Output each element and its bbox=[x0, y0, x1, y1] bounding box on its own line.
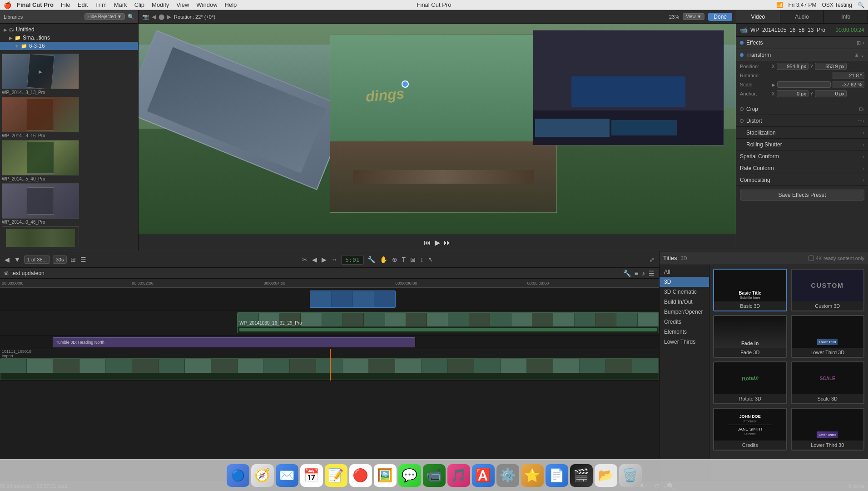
title-card-custom-3d[interactable]: CUSTOM Custom 3D bbox=[791, 269, 865, 311]
distort-row[interactable]: Distort ⋯ › bbox=[736, 115, 868, 127]
select-tool[interactable]: ↔ bbox=[330, 255, 338, 264]
dock-reminders[interactable]: 🔴 bbox=[349, 464, 372, 487]
library-item-smations[interactable]: ▶ 📁 Sma...tions bbox=[0, 34, 138, 42]
clip-item-1[interactable]: WP_2014...8_16_Pro bbox=[2, 97, 136, 139]
viewer-arrow-right[interactable]: ▶ bbox=[167, 14, 171, 20]
mark-menu[interactable]: Mark bbox=[114, 1, 127, 8]
blade-tool-2[interactable]: ⊠ bbox=[409, 255, 417, 264]
dock-reeder[interactable]: ⭐ bbox=[521, 464, 544, 487]
app-name-menu[interactable]: Final Cut Pro bbox=[17, 1, 54, 8]
nudge-left[interactable]: ◀ bbox=[311, 255, 318, 264]
dock-system-prefs[interactable]: ⚙️ bbox=[496, 464, 519, 487]
rotation-handle[interactable] bbox=[402, 80, 409, 88]
dock-itunes[interactable]: 🎵 bbox=[447, 464, 470, 487]
inspector-tab-audio[interactable]: Audio bbox=[780, 10, 824, 23]
transform-grid-icon[interactable]: ⊞ bbox=[854, 52, 858, 58]
trim-menu[interactable]: Trim bbox=[95, 1, 107, 8]
modify-menu[interactable]: Modify bbox=[152, 1, 169, 8]
hide-rejected-button[interactable]: Hide Rejected ▼ bbox=[84, 13, 125, 20]
viewer-arrow-center[interactable]: ⬤ bbox=[159, 14, 164, 20]
dock-calendar[interactable]: 📅 bbox=[300, 464, 323, 487]
spatial-conform-row[interactable]: Spatial Conform › bbox=[736, 150, 868, 162]
timeline-index[interactable]: ☰ bbox=[648, 269, 655, 278]
effects-header[interactable]: Effects ⊞ › bbox=[736, 37, 868, 49]
cat-elements[interactable]: Elements bbox=[660, 327, 709, 337]
title-card-lower-third-3d[interactable]: Lower Third Lower Third 3D bbox=[791, 315, 865, 358]
save-effects-preset-button[interactable]: Save Effects Preset bbox=[740, 190, 864, 200]
range-tool[interactable]: ↕ bbox=[419, 255, 424, 264]
effects-chevron-icon[interactable]: › bbox=[863, 40, 864, 46]
clip-count-btn[interactable]: 1 of 38... bbox=[24, 256, 50, 264]
window-menu[interactable]: Window bbox=[196, 1, 217, 8]
position-y-input[interactable] bbox=[815, 63, 847, 70]
dock-finder-2[interactable]: 📂 bbox=[595, 464, 617, 487]
title-card-credits[interactable]: JOHN DOE Producer JANE SMITH Director Cr… bbox=[713, 408, 787, 451]
cat-build-inout[interactable]: Build In/Out bbox=[660, 297, 709, 307]
trim-tool[interactable]: T bbox=[401, 255, 407, 264]
cat-bumper-opener[interactable]: Bumper/Opener bbox=[660, 307, 709, 317]
duration-btn[interactable]: 30s bbox=[53, 256, 67, 264]
library-search-icon[interactable]: 🔍 bbox=[128, 14, 134, 20]
blue-clip-1[interactable] bbox=[310, 291, 396, 308]
toolbar-down-btn[interactable]: ▼ bbox=[13, 255, 21, 264]
toolbar-list-btn[interactable]: ☰ bbox=[79, 255, 87, 264]
dock-facetime[interactable]: 📹 bbox=[423, 464, 446, 487]
toolbar-back-btn[interactable]: ◀ bbox=[4, 255, 10, 264]
view-menu[interactable]: View bbox=[176, 1, 189, 8]
library-item-untitled[interactable]: ▶ 🗂 Untitled bbox=[0, 25, 138, 34]
done-button[interactable]: Done bbox=[708, 13, 732, 21]
cat-3d[interactable]: 3D bbox=[660, 277, 709, 287]
transform-header[interactable]: Transform ⊞ ⌄ bbox=[736, 49, 868, 61]
clip-item-2[interactable]: WP_2014...5_40_Pro bbox=[2, 140, 136, 182]
crop-row[interactable]: Crop ⊡ › bbox=[736, 103, 868, 115]
compositing-row[interactable]: Compositing › bbox=[736, 174, 868, 186]
inspector-tab-video[interactable]: Video bbox=[736, 10, 780, 23]
effects-grid-icon[interactable]: ⊞ bbox=[857, 40, 861, 46]
help-menu[interactable]: Help bbox=[225, 1, 237, 8]
blade-tool[interactable]: ✂ bbox=[301, 255, 308, 264]
fullscreen-btn[interactable]: ⤢ bbox=[648, 255, 655, 264]
timeline-settings[interactable]: 🔧 bbox=[622, 269, 632, 278]
viewer-arrow-left[interactable]: ◀ bbox=[152, 14, 156, 20]
dock-mail[interactable]: ✉️ bbox=[276, 464, 298, 487]
cat-credits[interactable]: Credits bbox=[660, 317, 709, 327]
rotation-input[interactable] bbox=[833, 72, 864, 79]
purple-clip[interactable]: Tumble 3D: Heading North bbox=[53, 337, 415, 347]
hand-tool[interactable]: ✋ bbox=[379, 255, 388, 264]
position-tool[interactable]: ⊕ bbox=[391, 255, 398, 264]
transport-go-start[interactable]: ⏮ bbox=[424, 239, 431, 247]
title-card-basic-3d[interactable]: Basic Title Subtitle here Basic 3D bbox=[713, 269, 787, 311]
rate-conform-row[interactable]: Rate Conform › bbox=[736, 162, 868, 174]
library-item-6-3-16[interactable]: ▼ 📁 6-3-16 bbox=[0, 42, 138, 50]
rolling-shutter-row[interactable]: Rolling Shutter › bbox=[736, 139, 868, 150]
transport-go-end[interactable]: ⏭ bbox=[444, 239, 451, 247]
title-card-lower-third-30[interactable]: Lover Thirds Lower Third 30 bbox=[791, 408, 865, 451]
title-card-rotate-3d[interactable]: Rotate Rotate 3D bbox=[713, 361, 787, 404]
transform-chevron-icon[interactable]: ⌄ bbox=[860, 52, 864, 58]
nudge-right[interactable]: ▶ bbox=[321, 255, 327, 264]
dock-photos[interactable]: 🖼️ bbox=[374, 464, 397, 487]
dock-fcp[interactable]: 🎬 bbox=[570, 464, 593, 487]
title-card-fade-3d[interactable]: Fade In Fade 3D bbox=[713, 315, 787, 358]
scale-arrow[interactable]: ▶ bbox=[772, 82, 775, 87]
apple-menu[interactable]: 🍎 bbox=[4, 1, 11, 9]
clip-item-4[interactable] bbox=[2, 226, 136, 249]
timeline-audio-lanes[interactable]: ♪ bbox=[641, 269, 646, 278]
anchor-x-input[interactable] bbox=[777, 90, 808, 97]
dock-word[interactable]: 📄 bbox=[546, 464, 568, 487]
view-button[interactable]: View ▼ bbox=[683, 13, 704, 20]
clip-item-3[interactable]: WP_2014...0_46_Pro bbox=[2, 183, 136, 225]
toolbar-grid-btn[interactable]: ⊞ bbox=[69, 255, 77, 264]
cat-all[interactable]: All bbox=[660, 267, 709, 277]
4k-checkbox[interactable] bbox=[808, 256, 814, 261]
position-x-input[interactable] bbox=[777, 63, 808, 70]
transport-play[interactable]: ▶ bbox=[435, 238, 440, 247]
dock-finder[interactable]: 🔵 bbox=[227, 464, 249, 487]
anchor-y-input[interactable] bbox=[815, 90, 847, 97]
scale-input[interactable] bbox=[833, 81, 864, 88]
title-card-scale-3d[interactable]: SCALE Scale 3D bbox=[791, 361, 865, 404]
dock-messages[interactable]: 💬 bbox=[398, 464, 421, 487]
dock-notes[interactable]: 📝 bbox=[325, 464, 347, 487]
main-video-clip[interactable]: WP_20141030_16_32_29_Pro bbox=[237, 312, 659, 333]
edit-menu[interactable]: Edit bbox=[78, 1, 88, 8]
